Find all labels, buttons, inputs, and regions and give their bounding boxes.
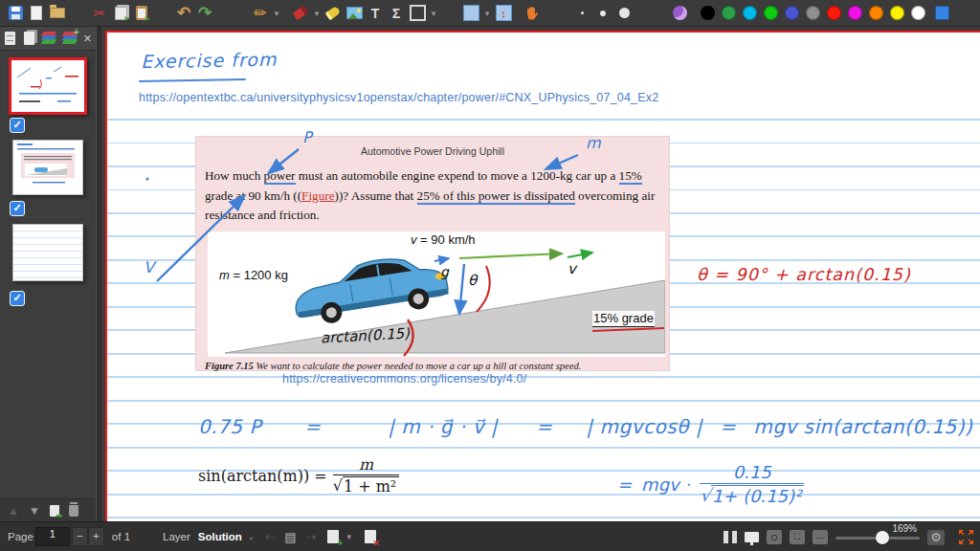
layer-select[interactable]: Solution bbox=[198, 531, 242, 542]
layer-visibility-checkbox-solution[interactable]: ✓ bbox=[10, 118, 25, 133]
layer-visibility-checkbox-exercise[interactable]: ✓ bbox=[10, 201, 25, 216]
move-layer-down-icon[interactable]: ▼ bbox=[29, 504, 40, 518]
save-icon[interactable] bbox=[6, 4, 25, 23]
final-equation: = mgv · 0.15 √1+ (0.15)² bbox=[617, 463, 804, 507]
gray-color-swatch[interactable] bbox=[806, 6, 820, 20]
copy-icon[interactable] bbox=[111, 4, 130, 23]
equals-sign: = bbox=[720, 415, 736, 438]
bright-green-color-swatch[interactable] bbox=[764, 6, 778, 20]
eraser-tool-icon[interactable] bbox=[291, 4, 310, 23]
statusbar-right-cluster: O ⛶ — ⚙ bbox=[724, 522, 974, 551]
zoom-fit-button[interactable]: ⛶ bbox=[790, 530, 805, 544]
previous-layer-icon[interactable]: ⇠ bbox=[264, 530, 275, 544]
cut-icon[interactable]: ✂ bbox=[90, 4, 109, 23]
fullscreen-icon[interactable] bbox=[958, 529, 974, 545]
latex-identity: sin(arctan(m)) = m √1 + m² bbox=[198, 456, 399, 496]
delete-layer-icon[interactable] bbox=[69, 505, 78, 517]
pen-tool-icon[interactable]: ✏ bbox=[251, 4, 270, 23]
solution-layer-preview bbox=[11, 60, 84, 112]
paste-icon[interactable] bbox=[132, 4, 151, 23]
add-page-dropdown-icon[interactable]: ▾ bbox=[346, 532, 351, 541]
p-annotation-label: P bbox=[302, 128, 312, 146]
layer-visibility-checkbox-background[interactable]: ✓ bbox=[10, 291, 25, 306]
cyan-color-swatch[interactable] bbox=[743, 6, 757, 20]
orange-color-swatch[interactable] bbox=[869, 6, 883, 20]
stray-dot bbox=[145, 177, 148, 180]
dual-page-view-icon[interactable] bbox=[724, 531, 737, 543]
presentation-mode-icon[interactable] bbox=[745, 532, 759, 542]
final-fraction: 0.15 √1+ (0.15)² bbox=[700, 463, 804, 507]
sqrt-sign: √ bbox=[333, 476, 343, 495]
open-file-icon[interactable] bbox=[48, 4, 67, 23]
shape-recognizer-icon[interactable] bbox=[670, 4, 689, 23]
page-decrement-button[interactable]: − bbox=[72, 527, 88, 546]
sidebar-close-icon[interactable]: ✕ bbox=[83, 33, 92, 45]
white-color-swatch[interactable] bbox=[911, 6, 925, 20]
xournalpp-window: ✂ ↶ ↷ ✏ ▾ ▾ T Σ ▾ ▾ ↕ bbox=[0, 0, 980, 551]
shapes-dropdown-icon[interactable]: ▾ bbox=[429, 4, 438, 23]
theta-equation: θ = 90° + arctan(0.15) bbox=[697, 265, 911, 284]
red-color-swatch[interactable] bbox=[827, 6, 841, 20]
page-number-input[interactable]: 1 bbox=[35, 527, 70, 546]
document-canvas[interactable]: Exercise from https://opentextbc.ca/univ… bbox=[101, 27, 980, 521]
layer-thumbnail-solution[interactable] bbox=[9, 57, 87, 115]
layer-thumbnail-exercise[interactable] bbox=[12, 140, 83, 195]
zoom-slider-knob[interactable] bbox=[876, 531, 889, 544]
hand-glyph bbox=[524, 6, 540, 21]
page-count-label: of 1 bbox=[112, 531, 130, 542]
math-tex-tool-icon[interactable]: Σ bbox=[387, 4, 406, 23]
new-document-icon[interactable] bbox=[27, 4, 46, 23]
thickness-thick-icon[interactable] bbox=[614, 4, 634, 23]
select-dropdown-icon[interactable]: ▾ bbox=[482, 4, 492, 23]
black-color-swatch[interactable] bbox=[701, 6, 715, 20]
sqrt-sign: √ bbox=[700, 485, 710, 506]
power-eq-rhs: mgv sin(arctan(0.15)) bbox=[753, 415, 972, 438]
yellow-color-swatch[interactable] bbox=[890, 6, 904, 20]
thickness-fine-icon[interactable] bbox=[572, 4, 591, 23]
final-numerator: 0.15 bbox=[727, 463, 777, 482]
m-annotation-label: m bbox=[586, 134, 601, 152]
add-page-icon[interactable] bbox=[327, 530, 339, 543]
vertical-space-tool-icon[interactable]: ↕ bbox=[494, 4, 513, 23]
text-tool-icon[interactable]: T bbox=[366, 4, 385, 23]
page-increment-button[interactable]: + bbox=[88, 527, 104, 546]
copy-layer-icon[interactable] bbox=[50, 505, 59, 517]
insert-image-icon[interactable] bbox=[345, 4, 364, 23]
redo-icon[interactable]: ↷ bbox=[195, 4, 214, 23]
blue-color-swatch[interactable] bbox=[785, 6, 799, 20]
layerstack-preview-tab-icon[interactable] bbox=[62, 30, 78, 47]
sidebar-tabs: ✕ bbox=[0, 27, 96, 51]
layer-dropdown-icon[interactable]: ⌄ bbox=[248, 532, 256, 541]
shapes-tool-icon[interactable] bbox=[408, 4, 427, 23]
power-equation: 0.75 P=| m · g⃗ · v⃗ |=| mgvcosθ |=mgv s… bbox=[198, 415, 972, 438]
page-preview-tab-icon[interactable] bbox=[22, 30, 34, 47]
zoom-out-button[interactable]: — bbox=[813, 530, 828, 544]
hand-tool-icon[interactable] bbox=[523, 4, 542, 23]
magenta-color-swatch[interactable] bbox=[848, 6, 862, 20]
main-toolbar: ✂ ↶ ↷ ✏ ▾ ▾ T Σ ▾ ▾ ↕ bbox=[0, 0, 980, 27]
eraser-options-dropdown-icon[interactable]: ▾ bbox=[312, 4, 322, 23]
p-arrow bbox=[270, 149, 299, 172]
contents-tab-icon[interactable] bbox=[4, 30, 16, 47]
zoom-settings-icon[interactable]: ⚙ bbox=[927, 530, 945, 545]
power-eq-abs2: | mgvcosθ | bbox=[586, 415, 702, 438]
layer-thumbnail-background[interactable] bbox=[12, 224, 83, 281]
layer-preview-tab-icon[interactable] bbox=[41, 30, 56, 47]
move-layer-up-icon[interactable]: ▲ bbox=[8, 504, 19, 518]
notebook-page[interactable]: Exercise from https://opentextbc.ca/univ… bbox=[105, 31, 980, 521]
next-layer-icon[interactable]: ⇢ bbox=[306, 530, 317, 544]
zoom-original-button[interactable]: O bbox=[767, 530, 782, 544]
goto-page-icon[interactable]: ▤ bbox=[284, 530, 296, 544]
delete-page-icon[interactable] bbox=[365, 530, 376, 543]
page-label: Page bbox=[8, 531, 33, 542]
select-rectangle-icon[interactable] bbox=[461, 4, 480, 23]
green-color-swatch[interactable] bbox=[722, 6, 736, 20]
pen-options-dropdown-icon[interactable]: ▾ bbox=[272, 4, 281, 23]
thickness-medium-icon[interactable] bbox=[593, 4, 612, 23]
power-eq-abs1: | m · g⃗ · v⃗ | bbox=[388, 415, 498, 438]
highlighter-tool-icon[interactable] bbox=[323, 4, 343, 23]
undo-icon[interactable]: ↶ bbox=[174, 4, 193, 23]
color-picker-icon[interactable] bbox=[932, 4, 951, 23]
v-arrow bbox=[157, 197, 243, 281]
color-palette bbox=[701, 6, 925, 20]
